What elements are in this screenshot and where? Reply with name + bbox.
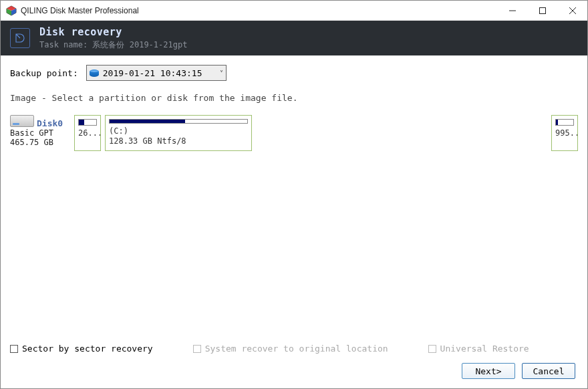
backup-point-value: 2019-01-21 10:43:15 (103, 68, 220, 78)
sector-by-sector-checkbox[interactable]: Sector by sector recovery (10, 344, 153, 354)
harddisk-icon (10, 115, 34, 127)
window-title: QILING Disk Master Professional (21, 6, 139, 15)
minimize-button[interactable] (497, 1, 527, 21)
close-button[interactable] (557, 1, 587, 21)
disk-row: Disk0 Basic GPT 465.75 GB 26... (C:) 128… (10, 115, 578, 151)
system-recover-checkbox: System recover to original location (193, 344, 388, 354)
partition-0[interactable]: 26... (74, 115, 101, 151)
partition-label: 26... (78, 128, 97, 139)
options-row: Sector by sector recovery System recover… (10, 341, 578, 363)
task-name-line: Task name: 系统备份 2019-1-21gpt (39, 39, 187, 51)
maximize-button[interactable] (527, 1, 557, 21)
disk-name: Disk0 (37, 118, 63, 128)
chevron-down-icon: ˅ (220, 70, 223, 77)
disk-type: Basic GPT (10, 128, 74, 138)
page-title: Disk recovery (39, 26, 187, 38)
checkbox-icon (10, 345, 18, 353)
disk-icon (90, 70, 99, 77)
partition-1[interactable]: (C:) 128.33 GB Ntfs/8 (105, 115, 252, 151)
universal-restore-checkbox: Universal Restore (428, 344, 529, 354)
partition-detail: 128.33 GB Ntfs/8 (109, 136, 248, 147)
titlebar: QILING Disk Master Professional (1, 1, 587, 21)
checkbox-icon (428, 345, 436, 353)
page-header: Disk recovery Task name: 系统备份 2019-1-21g… (1, 21, 587, 55)
backup-point-select[interactable]: 2019-01-21 10:43:15 ˅ (86, 65, 227, 81)
disk-info[interactable]: Disk0 Basic GPT 465.75 GB (10, 115, 74, 151)
partition-label: 995... (555, 128, 574, 139)
svg-rect-5 (539, 7, 545, 13)
app-logo-icon (6, 5, 17, 16)
recovery-icon (10, 28, 30, 48)
partition-letter: (C:) (109, 126, 248, 137)
disk-size: 465.75 GB (10, 138, 74, 147)
instruction-text: Image - Select a partition or disk from … (10, 93, 578, 103)
partition-2[interactable]: 995... (551, 115, 578, 151)
next-button[interactable]: Next> (462, 363, 515, 379)
button-row: Next> Cancel (10, 363, 578, 379)
cancel-button[interactable]: Cancel (522, 363, 575, 379)
backup-point-label: Backup point: (10, 68, 78, 78)
checkbox-icon (193, 345, 201, 353)
